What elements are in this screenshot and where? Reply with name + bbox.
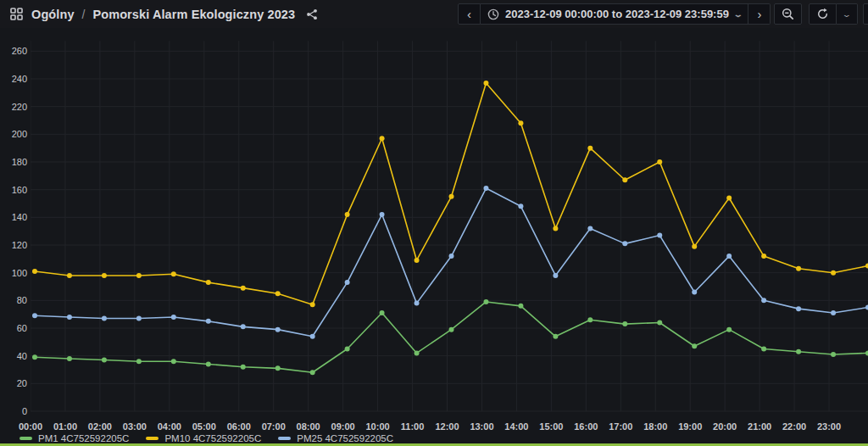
- share-icon[interactable]: [304, 8, 320, 20]
- cut-off-button[interactable]: [863, 3, 868, 25]
- time-shift-back-button[interactable]: ‹: [458, 3, 481, 25]
- x-axis-tick: 09:00: [326, 421, 361, 432]
- x-axis-tick: 13:00: [464, 421, 499, 432]
- x-axis-tick: 19:00: [672, 421, 708, 432]
- y-axis-tick: 40: [2, 351, 27, 361]
- breadcrumb: Ogólny / Pomorski Alarm Ekologiczny 2023: [8, 8, 320, 21]
- dashboards-grid-icon[interactable]: [8, 8, 25, 20]
- y-axis-tick: 140: [2, 212, 27, 222]
- x-axis-tick: 02:00: [82, 421, 118, 432]
- refresh-group: ⌄: [809, 3, 858, 25]
- y-axis-tick: 240: [2, 74, 27, 84]
- y-axis-tick: 200: [2, 129, 27, 139]
- app-header: Ogólny / Pomorski Alarm Ekologiczny 2023…: [0, 0, 868, 28]
- y-axis-tick: 120: [2, 240, 27, 250]
- time-range-group: ‹ 2023-12-09 00:00:00 to 2023-12-09 23:5…: [458, 3, 771, 25]
- x-axis-tick: 12:00: [430, 421, 465, 432]
- y-axis-tick: 180: [2, 157, 27, 167]
- breadcrumb-separator: /: [81, 8, 86, 21]
- x-axis-tick: 17:00: [603, 421, 638, 432]
- legend-swatch: [146, 437, 159, 440]
- y-axis-tick: 100: [2, 268, 27, 278]
- x-axis-tick: 15:00: [533, 421, 569, 432]
- legend-label: PM25 4C752592205C: [297, 433, 393, 443]
- page-title: Pomorski Alarm Ekologiczny 2023: [92, 8, 295, 21]
- x-axis-tick: 22:00: [776, 421, 812, 432]
- legend-swatch: [19, 437, 32, 440]
- clock-icon: [487, 8, 499, 20]
- timeseries-panel: 020406080100120140160180200220240260 00:…: [0, 28, 868, 443]
- time-range-label: 2023-12-09 00:00:00 to 2023-12-09 23:59:…: [505, 8, 729, 20]
- y-axis-tick: 260: [2, 46, 27, 56]
- chart-plot-area[interactable]: [31, 31, 868, 420]
- legend-label: PM10 4C752592205C: [164, 433, 261, 443]
- x-axis-tick: 23:00: [811, 421, 847, 432]
- x-axis-tick: 11:00: [395, 421, 431, 432]
- x-axis-tick: 18:00: [637, 421, 673, 432]
- x-axis-tick: 04:00: [152, 421, 187, 432]
- refresh-button[interactable]: [809, 3, 837, 25]
- x-axis-tick: 05:00: [186, 421, 222, 432]
- legend-label: PM1 4C752592205C: [38, 433, 129, 443]
- x-axis-tick: 06:00: [221, 421, 257, 432]
- x-axis-tick: 03:00: [117, 421, 153, 432]
- y-axis-tick: 0: [2, 406, 27, 416]
- x-axis-tick: 21:00: [742, 421, 777, 432]
- x-axis-tick: 08:00: [291, 421, 326, 432]
- y-axis-tick: 80: [2, 295, 27, 305]
- grid-lines: [31, 41, 868, 411]
- series-PM1: [32, 299, 868, 375]
- breadcrumb-folder[interactable]: Ogólny: [31, 8, 75, 21]
- y-axis-tick: 20: [2, 378, 27, 388]
- refresh-interval-dropdown[interactable]: ⌄: [837, 3, 858, 25]
- time-shift-forward-button[interactable]: ›: [748, 3, 771, 25]
- time-controls: ‹ 2023-12-09 00:00:00 to 2023-12-09 23:5…: [458, 0, 868, 28]
- x-axis-tick: 20:00: [707, 421, 743, 432]
- refresh-icon: [816, 8, 829, 20]
- x-axis-tick: 14:00: [498, 421, 534, 432]
- y-axis-tick: 160: [2, 185, 27, 195]
- chevron-down-icon: ⌄: [842, 10, 852, 19]
- legend-item[interactable]: PM10 4C752592205C: [146, 433, 261, 443]
- y-axis-tick: 220: [2, 102, 27, 112]
- series-PM25: [32, 186, 868, 339]
- chevron-down-icon: ⌄: [733, 10, 743, 19]
- legend-item[interactable]: PM1 4C752592205C: [19, 433, 129, 443]
- x-axis-tick: 10:00: [360, 421, 396, 432]
- zoom-out-icon: [782, 8, 794, 20]
- x-axis-tick: 01:00: [47, 421, 83, 432]
- zoom-out-button[interactable]: [774, 3, 802, 25]
- y-axis-tick: 60: [2, 323, 27, 333]
- x-axis-tick: 07:00: [256, 421, 292, 432]
- time-range-picker[interactable]: 2023-12-09 00:00:00 to 2023-12-09 23:59:…: [481, 3, 748, 25]
- legend-swatch: [278, 437, 291, 440]
- x-axis-tick: 16:00: [568, 421, 604, 432]
- legend-item[interactable]: PM25 4C752592205C: [278, 433, 393, 443]
- x-axis-tick: 00:00: [13, 421, 48, 432]
